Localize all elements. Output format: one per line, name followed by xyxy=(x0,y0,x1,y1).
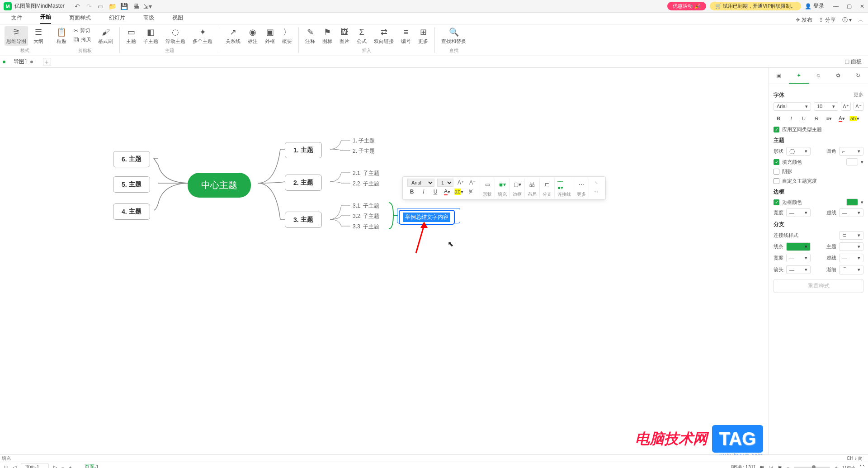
callout-button[interactable]: ◉标注 xyxy=(246,26,259,46)
corner-select[interactable]: ⌐▾ xyxy=(839,147,863,156)
fill-color-swatch[interactable] xyxy=(846,158,858,165)
bold-button[interactable]: B xyxy=(774,113,783,123)
marker-button[interactable]: ⚑图标 xyxy=(321,26,334,46)
reset-style-button[interactable]: 重置样式 xyxy=(774,279,863,293)
topic-3[interactable]: 3. 主题 xyxy=(285,212,322,228)
view-mode-3[interactable]: ▣ xyxy=(778,464,782,468)
export-button[interactable]: ⇲▾ xyxy=(144,3,151,10)
main-topic-button[interactable]: ▭主题 xyxy=(124,26,138,46)
login-button[interactable]: 👤 登录 xyxy=(805,2,824,10)
align-button[interactable]: ≡▾ xyxy=(824,113,834,123)
zoom-out[interactable]: − xyxy=(787,465,789,468)
highlight-button[interactable]: ab▾ xyxy=(849,113,859,123)
doc-tab-1[interactable]: 导图1 xyxy=(7,57,39,67)
topic-1[interactable]: 1. 主题 xyxy=(285,142,322,158)
page-tab[interactable]: 页面-1 xyxy=(76,463,107,468)
font-smaller[interactable]: A⁻ xyxy=(854,102,863,111)
numbering-button[interactable]: ≡编号 xyxy=(399,26,413,46)
view-mode-1[interactable]: ▦ xyxy=(760,464,764,468)
rp-tab-style[interactable]: ✦ xyxy=(789,68,809,84)
open-button[interactable]: 📁 xyxy=(109,3,116,10)
subtopic-1-1[interactable]: 1. 子主题 xyxy=(353,137,375,145)
close-button[interactable]: ✕ xyxy=(860,3,864,9)
find-replace-button[interactable]: 🔍查找和替换 xyxy=(439,26,468,46)
view-mode-2[interactable]: ◲ xyxy=(769,464,773,468)
copy-button[interactable]: ⿻拷贝 xyxy=(72,35,93,44)
float-font-color[interactable]: A▾ xyxy=(443,188,452,196)
branch-topic-select[interactable]: ▾ xyxy=(839,242,863,251)
new-button[interactable]: ▭ xyxy=(97,3,104,10)
float-shape[interactable]: ▭ xyxy=(483,179,492,190)
share-button[interactable]: ⇪ 分享 xyxy=(819,16,835,24)
relation-button[interactable]: ↗关系线 xyxy=(224,26,242,46)
sub-topic-button[interactable]: ◧子主题 xyxy=(142,26,160,46)
border-dash-select[interactable]: —▾ xyxy=(839,208,863,217)
float-branch[interactable]: ⊏ xyxy=(542,179,552,190)
help-button[interactable]: ⓘ ▾ xyxy=(842,16,852,24)
shape-select[interactable]: ◯▾ xyxy=(786,147,811,156)
topic-4[interactable]: 4. 主题 xyxy=(113,203,150,220)
subtopic-2-1[interactable]: 2.1. 子主题 xyxy=(353,170,379,177)
underline-button[interactable]: U xyxy=(799,113,809,123)
add-tab-button[interactable]: + xyxy=(43,58,51,66)
strike-button[interactable]: S xyxy=(811,113,821,123)
font-more[interactable]: 更多 xyxy=(854,91,863,99)
float-connector[interactable]: —●▾ xyxy=(557,179,566,190)
page-add[interactable]: + xyxy=(69,465,71,468)
redo-button[interactable]: ↷ xyxy=(85,3,93,10)
fill-color-checkbox[interactable]: ✓ xyxy=(774,159,779,165)
image-button[interactable]: 🖼图片 xyxy=(338,26,351,46)
rp-tab-history[interactable]: ↻ xyxy=(848,68,868,84)
subtopic-1-2[interactable]: 2. 子主题 xyxy=(353,147,375,155)
arrow-select[interactable]: —▾ xyxy=(786,265,811,274)
rp-tab-clipart[interactable]: ✿ xyxy=(828,68,848,84)
summary-text[interactable]: 举例总结文字内容 xyxy=(403,213,450,222)
panel-toggle[interactable]: ◫ 面板 xyxy=(844,58,862,66)
float-fill[interactable]: ◉▾ xyxy=(498,179,507,190)
font-bigger[interactable]: A⁺ xyxy=(841,102,851,111)
canvas[interactable]: 中心主题 6. 主题 5. 主题 4. 主题 1. 主题 2. 主题 3. 主题… xyxy=(0,68,769,454)
promo-badge[interactable]: 优惠活动🎉 xyxy=(667,2,706,10)
subtopic-3-3[interactable]: 3.3. 子主题 xyxy=(353,223,379,231)
line-color-select[interactable]: ▾ xyxy=(786,242,811,251)
float-border[interactable]: ▢▾ xyxy=(513,179,522,190)
page-list-icon[interactable]: ◫ xyxy=(4,464,8,468)
float-bold[interactable]: B xyxy=(407,188,416,196)
float-clear-format[interactable]: ✎̸ xyxy=(466,188,475,196)
central-topic[interactable]: 中心主题 xyxy=(188,173,251,198)
rp-tab-page[interactable]: ▣ xyxy=(769,68,789,84)
float-highlight[interactable]: ab▾ xyxy=(454,188,463,196)
float-more[interactable]: ⋯ xyxy=(577,179,586,190)
italic-button[interactable]: I xyxy=(786,113,796,123)
taper-select[interactable]: ⌒▾ xyxy=(839,265,863,274)
undo-button[interactable]: ↶ xyxy=(74,3,81,10)
topic-6[interactable]: 6. 主题 xyxy=(113,151,150,167)
menu-view[interactable]: 视图 xyxy=(172,14,183,24)
fullscreen-button[interactable]: ⛶ xyxy=(859,465,864,468)
cut-button[interactable]: ✂剪切 xyxy=(72,26,93,35)
page-remove[interactable]: − xyxy=(61,465,64,468)
branch-dash-select[interactable]: —▾ xyxy=(839,254,863,262)
formula-button[interactable]: Σ公式 xyxy=(355,26,368,46)
page-next[interactable]: ▷ xyxy=(53,464,57,468)
maximize-button[interactable]: ▢ xyxy=(847,3,852,9)
float-font-select[interactable]: Arial xyxy=(407,179,434,187)
paste-button[interactable]: 📋粘贴 xyxy=(55,26,68,46)
menu-advanced[interactable]: 高级 xyxy=(143,14,154,24)
print-button[interactable]: 🖶 xyxy=(132,3,140,10)
float-layout[interactable]: 品 xyxy=(528,179,537,190)
subtopic-3-2[interactable]: 3.2. 子主题 xyxy=(353,213,379,220)
border-width-select[interactable]: —▾ xyxy=(786,208,811,217)
page-prev[interactable]: ◁ xyxy=(13,464,16,468)
save-button[interactable]: 💾 xyxy=(121,3,128,10)
menu-slideshow[interactable]: 幻灯片 xyxy=(109,14,125,24)
minimize-button[interactable]: — xyxy=(833,3,839,9)
float-font-bigger[interactable]: A⁺ xyxy=(456,179,465,187)
float-underline[interactable]: U xyxy=(431,188,440,196)
topic-5[interactable]: 5. 主题 xyxy=(113,176,150,193)
font-size-select[interactable]: 10▾ xyxy=(814,102,838,111)
text-color-button[interactable]: A▾ xyxy=(837,113,847,123)
outline-mode-button[interactable]: ☰大纲 xyxy=(32,26,45,46)
border-color-swatch[interactable] xyxy=(846,199,858,206)
multi-topic-button[interactable]: ✦多个主题 xyxy=(191,26,214,46)
